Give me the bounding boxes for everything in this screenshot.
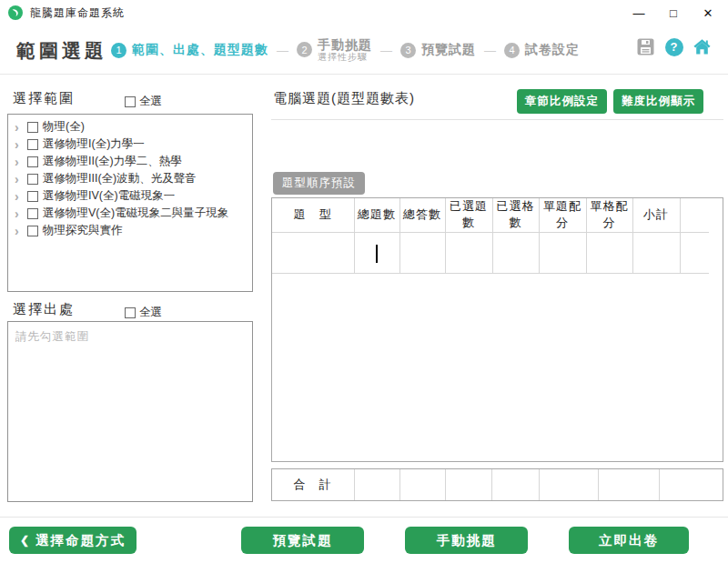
step-1: 1 範圍、出處、題型題數 <box>111 42 268 58</box>
checkbox[interactable] <box>27 191 38 202</box>
col-points-per-blank: 單格配分 <box>586 198 632 232</box>
total-cell <box>491 469 539 500</box>
preview-questions-button[interactable]: 預覽試題 <box>241 527 364 554</box>
range-select-all[interactable]: 全選 <box>125 94 162 109</box>
source-select-all[interactable]: 全選 <box>125 305 162 320</box>
table-cell[interactable] <box>586 232 632 273</box>
checkbox[interactable] <box>27 226 38 236</box>
back-to-method-button[interactable]: ❮ 選擇命題方式 <box>9 527 136 554</box>
step-2-number: 2 <box>297 42 312 57</box>
tree-item[interactable]: › 選修物理V(全)電磁現象二與量子現象 <box>8 205 252 222</box>
text-cursor <box>376 245 378 263</box>
col-total-answers: 總答數 <box>399 198 445 232</box>
chevron-right-icon[interactable]: › <box>15 156 23 168</box>
total-row-container: 合 計 <box>271 468 723 501</box>
tree-item[interactable]: › 選修物理II(全)力學二、熱學 <box>8 153 252 170</box>
tree-item-label: 選修物理IV(全)電磁現象一 <box>43 188 175 204</box>
chevron-right-icon[interactable]: › <box>15 190 23 203</box>
step-3-number: 3 <box>400 43 416 58</box>
checkbox[interactable] <box>27 208 38 219</box>
range-tree: › 物理(全) › 選修物理I(全)力學一 › 選修物理II(全)力學二、熱學 … <box>7 114 253 292</box>
range-select-all-checkbox[interactable] <box>125 96 136 107</box>
source-section-title: 選擇出處 <box>13 301 75 318</box>
tree-item[interactable]: › 物理(全) <box>8 118 252 136</box>
table-cell[interactable] <box>272 232 354 273</box>
step-3-label: 預覽試題 <box>421 42 476 58</box>
right-panel-divider <box>271 119 723 120</box>
source-list-box[interactable]: 請先勾選範圍 <box>7 321 253 502</box>
chapter-ratio-button[interactable]: 章節比例設定 <box>517 89 607 114</box>
page-title: 範圍選題 <box>16 38 107 64</box>
col-question-type: 題 型 <box>272 198 354 232</box>
col-selected-blanks: 已選格數 <box>492 198 539 232</box>
col-points-per-question: 單題配分 <box>539 198 586 232</box>
tree-item[interactable]: › 物理探究與實作 <box>8 222 252 239</box>
total-cell <box>354 469 399 500</box>
checkbox[interactable] <box>27 156 38 167</box>
question-type-table: 題 型 總題數 總答數 已選題數 已選格數 單題配分 單格配分 小計 <box>272 198 709 274</box>
help-icon[interactable]: ? <box>664 37 683 56</box>
range-section-title: 選擇範圍 <box>13 90 75 107</box>
save-icon[interactable] <box>636 37 655 56</box>
step-1-label: 範圍、出處、題型題數 <box>132 42 268 58</box>
range-select-all-label: 全選 <box>139 94 162 109</box>
chevron-right-icon[interactable]: › <box>15 225 23 237</box>
chevron-left-icon: ❮ <box>20 534 31 547</box>
tree-item[interactable]: › 選修物理III(全)波動、光及聲音 <box>8 170 252 187</box>
step-2-label: 手動挑題 <box>318 38 372 52</box>
source-placeholder: 請先勾選範圍 <box>8 322 252 352</box>
computer-selection-title: 電腦選題(題型題數表) <box>273 90 415 107</box>
stepper: 1 範圍、出處、題型題數 — 2 手動挑題 選擇性步驟 — 3 預覽試題 — 4… <box>111 25 580 75</box>
source-select-all-label: 全選 <box>139 305 162 320</box>
step-dash: — <box>277 44 288 57</box>
question-order-badge[interactable]: 題型順序預設 <box>273 172 365 195</box>
tree-item-label: 選修物理V(全)電磁現象二與量子現象 <box>43 206 228 221</box>
col-selected-questions: 已選題數 <box>445 198 492 232</box>
table-cell[interactable] <box>680 232 709 273</box>
chevron-right-icon[interactable]: › <box>15 121 23 134</box>
step-2: 2 手動挑題 選擇性步驟 <box>297 38 372 62</box>
table-cell-focused[interactable] <box>354 232 399 273</box>
window-title: 龍騰題庫命題系統 <box>30 5 125 21</box>
tree-item[interactable]: › 選修物理I(全)力學一 <box>8 136 252 153</box>
footer-bar: ❮ 選擇命題方式 預覽試題 手動挑題 立即出卷 <box>0 517 728 563</box>
table-cell[interactable] <box>632 232 680 273</box>
checkbox[interactable] <box>27 122 38 133</box>
chevron-right-icon[interactable]: › <box>15 207 23 220</box>
close-button[interactable]: ✕ <box>695 2 721 24</box>
header: 範圍選題 1 範圍、出處、題型題數 — 2 手動挑題 選擇性步驟 — 3 預覽試… <box>0 25 728 75</box>
chevron-right-icon[interactable]: › <box>15 173 23 186</box>
total-cell <box>539 469 598 500</box>
difficulty-ratio-button[interactable]: 難度比例顯示 <box>613 89 703 114</box>
table-row <box>272 232 709 273</box>
manual-pick-button[interactable]: 手動挑題 <box>405 527 528 554</box>
generate-paper-button[interactable]: 立即出卷 <box>569 527 689 554</box>
total-cell <box>399 469 445 500</box>
total-cell <box>659 469 723 500</box>
tree-item-label: 選修物理II(全)力學二、熱學 <box>43 154 182 169</box>
step-dash: — <box>484 44 496 57</box>
step-3: 3 預覽試題 <box>400 42 476 58</box>
minimize-button[interactable]: — <box>626 2 652 24</box>
tree-item-label: 選修物理III(全)波動、光及聲音 <box>43 171 197 186</box>
table-header-row: 題 型 總題數 總答數 已選題數 已選格數 單題配分 單格配分 小計 <box>272 198 709 232</box>
col-subtotal: 小計 <box>632 198 680 232</box>
total-label: 合 計 <box>272 469 354 500</box>
table-cell[interactable] <box>492 232 539 273</box>
total-row: 合 計 <box>272 469 723 500</box>
checkbox[interactable] <box>27 174 38 185</box>
titlebar: 龍騰題庫命題系統 — □ ✕ <box>0 0 728 25</box>
step-4-label: 試卷設定 <box>525 42 580 58</box>
checkbox[interactable] <box>27 139 38 150</box>
table-cell[interactable] <box>399 232 445 273</box>
home-icon[interactable] <box>693 37 712 56</box>
total-cell <box>598 469 659 500</box>
table-cell[interactable] <box>445 232 492 273</box>
source-select-all-checkbox[interactable] <box>125 307 136 318</box>
chevron-right-icon[interactable]: › <box>15 138 23 151</box>
maximize-button[interactable]: □ <box>661 2 686 24</box>
step-1-number: 1 <box>111 43 126 58</box>
step-4-number: 4 <box>504 43 520 58</box>
tree-item[interactable]: › 選修物理IV(全)電磁現象一 <box>8 187 252 205</box>
table-cell[interactable] <box>539 232 586 273</box>
